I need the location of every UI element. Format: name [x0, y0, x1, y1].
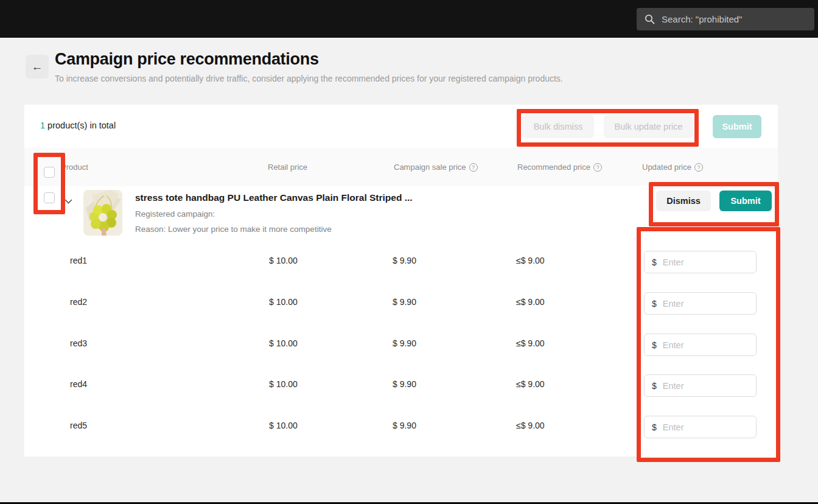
variant-row: red3 $ 10.00 $ 9.90 ≤$ 9.00 $ [24, 324, 778, 365]
currency-prefix: $ [652, 299, 657, 309]
search-text: Search: "prohibited" [662, 14, 742, 24]
recommended-price-value: ≤$ 9.00 [516, 421, 545, 430]
product-thumbnail [83, 190, 122, 236]
bulk-update-price-button[interactable]: Bulk update price [604, 115, 693, 138]
currency-prefix: $ [652, 340, 657, 350]
retail-price-value: $ 10.00 [269, 379, 298, 389]
updated-price-input[interactable] [663, 299, 749, 309]
help-icon[interactable]: ? [694, 163, 703, 172]
recommended-price-value: ≤$ 9.00 [516, 338, 545, 348]
search-box[interactable]: Search: "prohibited" [637, 8, 814, 30]
updated-price-input[interactable] [663, 422, 749, 432]
variant-row: red5 $ 10.00 $ 9.90 ≤$ 9.00 $ [24, 406, 778, 447]
recommendation-reason: Reason: Lower your price to make it more… [135, 225, 332, 234]
column-header-recommended-price: Recommended price ? [517, 148, 602, 186]
product-title: stress tote handbag PU Leather Canvas Pl… [135, 192, 413, 203]
retail-price-value: $ 10.00 [269, 256, 298, 265]
topbar: Search: "prohibited" [0, 0, 818, 38]
updated-price-field[interactable]: $ [644, 251, 757, 273]
variant-name: red3 [70, 338, 87, 348]
variant-name: red2 [70, 297, 87, 307]
variant-row: red1 $ 10.00 $ 9.90 ≤$ 9.00 $ [24, 241, 778, 282]
table-header-row: Product Retail price Campaign sale price… [24, 148, 778, 186]
help-icon[interactable]: ? [469, 163, 478, 172]
updated-price-field[interactable]: $ [644, 334, 757, 356]
recommended-price-value: ≤$ 9.00 [516, 379, 545, 389]
campaign-sale-price-value: $ 9.90 [393, 256, 416, 265]
dismiss-button[interactable]: Dismiss [656, 191, 711, 211]
campaign-sale-price-value: $ 9.90 [393, 338, 416, 348]
column-label: Updated price [642, 163, 691, 172]
currency-prefix: $ [652, 257, 657, 267]
bulk-submit-button[interactable]: Submit [713, 115, 761, 138]
product-checkbox[interactable] [44, 192, 55, 203]
retail-price-value: $ 10.00 [269, 338, 298, 348]
column-header-campaign-sale-price: Campaign sale price ? [394, 148, 478, 186]
variant-name: red1 [70, 256, 87, 265]
total-count-label: product(s) in total [45, 121, 116, 130]
chevron-down-icon[interactable] [65, 196, 72, 207]
search-icon [645, 14, 655, 24]
registered-campaign-label: Registered campaign: [135, 209, 215, 219]
back-arrow-icon: ← [32, 60, 43, 74]
variant-name: red5 [70, 421, 87, 430]
campaign-sale-price-value: $ 9.90 [393, 379, 416, 389]
campaign-sale-price-value: $ 9.90 [393, 297, 416, 307]
updated-price-field[interactable]: $ [644, 416, 757, 438]
updated-price-field[interactable]: $ [644, 374, 757, 397]
total-count-text: 1 product(s) in total [40, 121, 116, 130]
select-all-checkbox[interactable] [44, 167, 55, 178]
back-button[interactable]: ← [26, 55, 49, 79]
retail-price-value: $ 10.00 [269, 421, 298, 430]
total-count-number: 1 [40, 121, 45, 130]
column-label: Recommended price [517, 163, 590, 172]
retail-price-value: $ 10.00 [269, 297, 298, 307]
campaign-sale-price-value: $ 9.90 [393, 421, 416, 430]
column-label: Campaign sale price [394, 163, 466, 172]
column-header-updated-price: Updated price ? [642, 148, 703, 186]
products-table: Product Retail price Campaign sale price… [24, 148, 778, 457]
updated-price-input[interactable] [663, 381, 749, 391]
column-header-product: Product [61, 148, 88, 186]
recommended-price-value: ≤$ 9.00 [516, 297, 545, 307]
currency-prefix: $ [652, 381, 657, 391]
submit-button[interactable]: Submit [719, 191, 772, 211]
updated-price-input[interactable] [663, 257, 749, 267]
currency-prefix: $ [652, 422, 657, 432]
product-row: stress tote handbag PU Leather Canvas Pl… [24, 186, 778, 241]
help-icon[interactable]: ? [593, 163, 602, 172]
bulk-dismiss-button[interactable]: Bulk dismiss [522, 115, 594, 138]
variant-name: red4 [70, 379, 87, 389]
column-header-retail-price: Retail price [268, 148, 307, 186]
column-label: Product [61, 163, 88, 172]
recommended-price-value: ≤$ 9.00 [516, 256, 545, 265]
page-subtitle: To increase conversions and potentially … [55, 74, 563, 83]
variant-row: red4 $ 10.00 $ 9.90 ≤$ 9.00 $ [24, 365, 778, 406]
variant-row: red2 $ 10.00 $ 9.90 ≤$ 9.00 $ [24, 282, 778, 324]
toolbar-card: 1 product(s) in total Bulk dismiss Bulk … [24, 105, 778, 148]
column-label: Retail price [268, 163, 307, 172]
updated-price-field[interactable]: $ [644, 292, 757, 315]
page-title: Campaign price recommendations [55, 50, 319, 69]
updated-price-input[interactable] [663, 340, 749, 350]
